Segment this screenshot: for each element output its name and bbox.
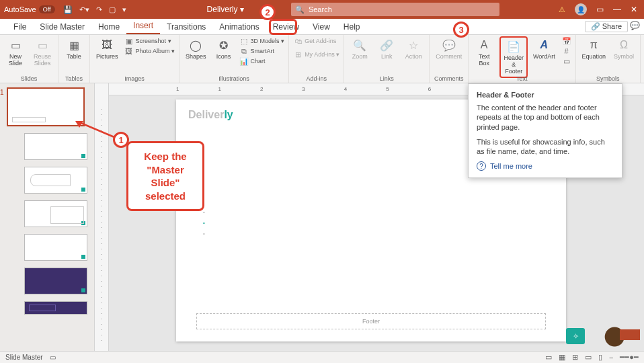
action-button[interactable]: ☆Action xyxy=(402,36,425,62)
slideshow-view-icon[interactable]: ▯ xyxy=(598,353,602,362)
slideshow-icon[interactable]: ▢ xyxy=(109,5,116,14)
get-addins-button[interactable]: 🛍Get Add-ins xyxy=(293,36,339,46)
ribbon-group-text: AText Box 📄Header & Footer AWordArt 📅 # … xyxy=(469,35,575,83)
ribbon-group-links: 🔍Zoom 🔗Link ☆Action Links xyxy=(344,35,430,83)
tab-slide-master[interactable]: Slide Master xyxy=(33,19,91,34)
share-button[interactable]: 🔗 Share xyxy=(585,21,628,32)
comments-pane-icon[interactable]: 💬 xyxy=(630,21,640,30)
3d-models-button[interactable]: ⬚3D Models ▾ xyxy=(239,36,285,46)
tab-insert[interactable]: Insert xyxy=(126,18,160,34)
text-box-button[interactable]: AText Box xyxy=(473,36,495,69)
icons-icon: ✪ xyxy=(216,38,231,52)
tab-transitions[interactable]: Transitions xyxy=(160,19,212,34)
new-slide-icon: ▭ xyxy=(8,38,23,52)
bullet-placeholder: ••• xyxy=(203,207,205,239)
cube-icon: ⬚ xyxy=(239,36,249,46)
my-addins-button[interactable]: ⊞My Add-ins ▾ xyxy=(293,50,339,59)
date-icon: 📅 xyxy=(562,36,571,46)
document-title[interactable]: Deliverly ▾ xyxy=(207,5,244,14)
photo-album-button[interactable]: 🖼Photo Album ▾ xyxy=(124,46,175,56)
zoom-button[interactable]: 🔍Zoom xyxy=(348,36,371,62)
search-input[interactable]: 🔍 Search xyxy=(291,3,499,16)
layout-thumb[interactable] xyxy=(24,268,87,294)
icons-button[interactable]: ✪Icons xyxy=(212,36,235,62)
tab-view[interactable]: View xyxy=(306,19,337,34)
reading-view-icon[interactable]: ▭ xyxy=(585,353,592,362)
autosave-label: AutoSave xyxy=(4,5,36,13)
comment-button[interactable]: 💬Comment xyxy=(434,36,464,62)
autosave-toggle[interactable]: AutoSave Off xyxy=(4,5,55,13)
ribbon-group-slides: ▭New Slide ▭Reuse Slides Slides xyxy=(0,35,58,83)
annotation-badge-2: 2 xyxy=(259,4,276,20)
notes-button[interactable]: ▭ xyxy=(545,353,552,362)
autosave-state: Off xyxy=(39,5,55,13)
account-avatar[interactable]: 👤 xyxy=(575,3,587,15)
slide-number-button[interactable]: # xyxy=(562,46,571,56)
footer-placeholder[interactable]: Footer xyxy=(196,313,546,329)
tab-animations[interactable]: Animations xyxy=(212,19,266,34)
layout-thumb[interactable] xyxy=(24,301,87,315)
tooltip-title: Header & Footer xyxy=(477,91,614,99)
help-icon: ? xyxy=(477,161,486,171)
watermark-logo xyxy=(604,325,640,348)
title-bar: AutoSave Off 💾 ↶▾ ↷ ▢ ▾ Deliverly ▾ 🔍 Se… xyxy=(0,0,644,19)
brand-logo: Deliverly xyxy=(188,109,233,121)
design-ideas-icon[interactable]: ✧ xyxy=(566,328,585,344)
link-button[interactable]: 🔗Link xyxy=(375,36,398,62)
shapes-icon: ◯ xyxy=(188,38,203,52)
layout-thumb[interactable] xyxy=(24,200,87,227)
pictures-button[interactable]: 🖼Pictures xyxy=(94,36,120,62)
tell-me-more-link[interactable]: ?Tell me more xyxy=(477,161,614,171)
save-icon[interactable]: 💾 xyxy=(63,5,73,14)
layout-thumb[interactable] xyxy=(24,167,87,194)
tab-file[interactable]: File xyxy=(7,19,33,34)
ribbon-group-media: 🎬Video 🔊Audio ⏺Scr Reco Media xyxy=(641,35,644,83)
tab-help[interactable]: Help xyxy=(337,19,367,34)
header-footer-button[interactable]: 📄Header & Footer xyxy=(499,36,528,78)
number-icon: # xyxy=(562,46,571,56)
object-icon: ▭ xyxy=(562,56,571,66)
layout-thumb[interactable] xyxy=(24,234,87,261)
sorter-view-icon[interactable]: ⊞ xyxy=(572,353,578,362)
comment-icon: 💬 xyxy=(442,38,456,52)
screenshot-button[interactable]: ▣Screenshot ▾ xyxy=(124,36,175,46)
object-button[interactable]: ▭ xyxy=(562,56,571,66)
ribbon-group-symbols: πEquation ΩSymbol Symbols xyxy=(576,35,641,83)
equation-button[interactable]: πEquation xyxy=(580,36,608,62)
normal-view-icon[interactable]: ▦ xyxy=(559,353,565,362)
smartart-button[interactable]: ⧉SmartArt xyxy=(239,46,285,56)
date-time-button[interactable]: 📅 xyxy=(562,36,571,46)
tab-home[interactable]: Home xyxy=(91,19,126,34)
qat-more-icon[interactable]: ▾ xyxy=(122,5,126,14)
zoom-out-icon[interactable]: − xyxy=(609,354,613,362)
close-icon[interactable]: ✕ xyxy=(631,5,637,14)
chart-icon: 📊 xyxy=(239,56,249,66)
photo-album-icon: 🖼 xyxy=(124,46,134,56)
table-button[interactable]: ▦Table xyxy=(63,36,85,62)
ribbon-display-icon[interactable]: ▭ xyxy=(596,5,604,14)
reuse-slides-button[interactable]: ▭Reuse Slides xyxy=(31,36,54,69)
tooltip-text: The content of the header and footer rep… xyxy=(477,103,614,132)
annotation-view-highlight xyxy=(269,19,297,35)
status-bar: Slide Master ▭ ▭ ▦ ⊞ ▭ ▯ − ━━●━ xyxy=(0,351,644,363)
svg-line-0 xyxy=(79,122,114,137)
redo-icon[interactable]: ↷ xyxy=(96,5,102,14)
master-slide-thumb[interactable]: 1 xyxy=(7,87,85,126)
minimize-icon[interactable]: — xyxy=(613,5,621,14)
chart-button[interactable]: 📊Chart xyxy=(239,56,285,66)
ribbon: ▭New Slide ▭Reuse Slides Slides ▦Table T… xyxy=(0,35,644,83)
warning-icon[interactable]: ⚠ xyxy=(559,5,565,14)
annotation-badge-3: 3 xyxy=(453,22,469,38)
wordart-button[interactable]: AWordArt xyxy=(532,36,556,62)
zoom-slider[interactable]: ━━●━ xyxy=(620,353,639,362)
ribbon-group-tables: ▦Table Tables xyxy=(58,35,90,83)
undo-icon[interactable]: ↶▾ xyxy=(79,5,89,14)
search-icon: 🔍 xyxy=(295,5,305,14)
annotation-callout-1: Keep the "Master Slide" selected xyxy=(126,141,204,211)
shapes-button[interactable]: ◯Shapes xyxy=(184,36,208,62)
search-placeholder: Search xyxy=(309,5,332,13)
symbol-button[interactable]: ΩSymbol xyxy=(612,36,636,62)
header-footer-tooltip: Header & Footer The content of the heade… xyxy=(468,83,622,178)
pictures-icon: 🖼 xyxy=(99,38,114,52)
new-slide-button[interactable]: ▭New Slide xyxy=(4,36,27,69)
